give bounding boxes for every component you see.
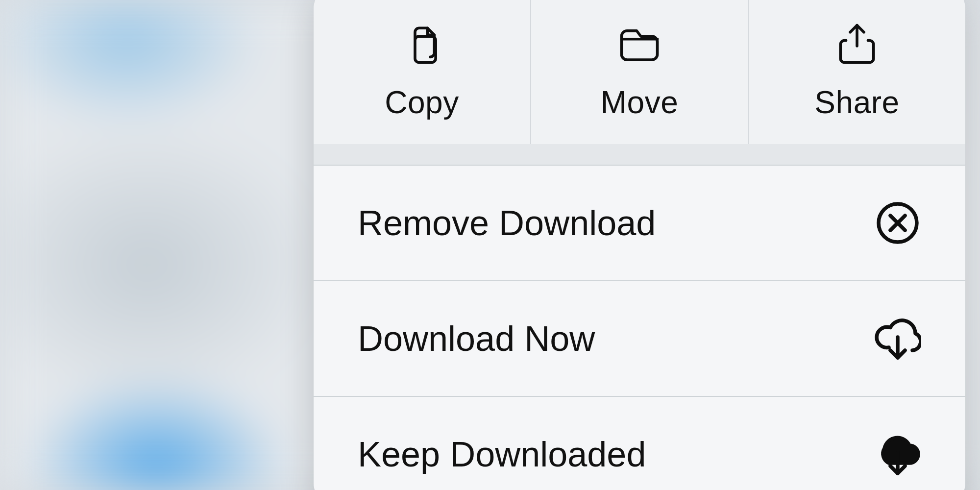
remove-download-label: Remove Download <box>358 203 656 243</box>
svg-rect-0 <box>415 36 436 62</box>
circle-x-icon <box>874 199 921 246</box>
download-now-row[interactable]: Download Now <box>314 280 965 396</box>
share-icon <box>835 23 879 67</box>
share-button[interactable]: Share <box>748 0 965 144</box>
copy-icon <box>400 23 444 67</box>
section-divider <box>314 144 965 165</box>
keep-downloaded-label: Keep Downloaded <box>358 434 646 474</box>
context-menu-top-row: Copy Move Share <box>314 0 965 144</box>
download-now-label: Download Now <box>358 318 595 359</box>
share-label: Share <box>814 84 899 121</box>
move-button[interactable]: Move <box>530 0 748 144</box>
context-menu: Copy Move Share Remove <box>314 0 965 490</box>
move-label: Move <box>601 84 679 121</box>
copy-button[interactable]: Copy <box>314 0 530 144</box>
cloud-download-filled-icon <box>874 431 921 478</box>
remove-download-row[interactable]: Remove Download <box>314 165 965 280</box>
keep-downloaded-row[interactable]: Keep Downloaded <box>314 396 965 490</box>
cloud-download-outline-icon <box>874 315 921 362</box>
copy-label: Copy <box>385 84 459 121</box>
folder-icon <box>617 23 662 67</box>
